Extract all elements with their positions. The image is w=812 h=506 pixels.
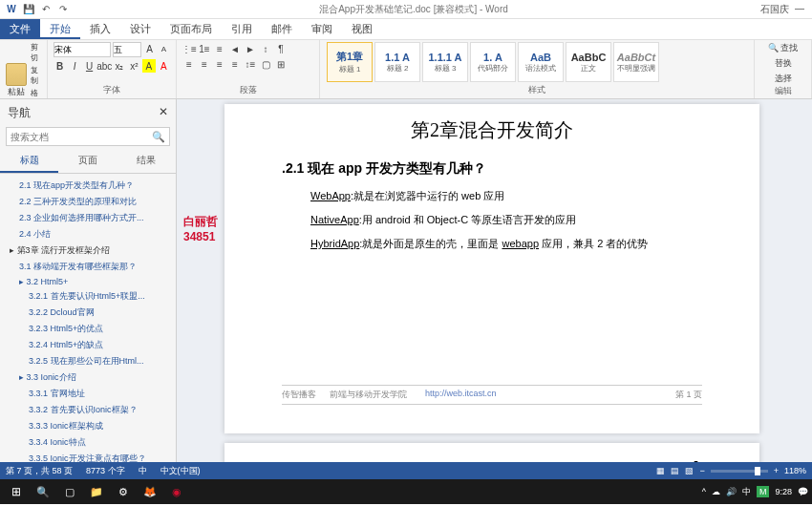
search-button[interactable]: 🔍 — [31, 481, 55, 502]
tab-mailings[interactable]: 邮件 — [262, 19, 302, 39]
nav-heading-item[interactable]: 3.2.5 现在那些公司在用Html... — [2, 353, 174, 369]
zoom-out-icon[interactable]: − — [699, 466, 704, 475]
nav-heading-item[interactable]: 2.2 三种开发类型的原理和对比 — [2, 194, 174, 210]
tab-file[interactable]: 文件 — [0, 19, 40, 39]
shrink-font-icon[interactable]: A — [158, 42, 170, 55]
style-heading1[interactable]: 第1章标题 1 — [327, 42, 373, 82]
style-heading2[interactable]: 1.1 A标题 2 — [374, 42, 420, 82]
find-button[interactable]: 🔍 查找 — [768, 42, 799, 54]
search-icon[interactable]: 🔍 — [152, 131, 165, 143]
zoom-slider[interactable] — [711, 470, 768, 473]
align-right-button[interactable]: ≡ — [213, 57, 226, 71]
clock[interactable]: 9:28 — [775, 487, 792, 496]
start-button[interactable]: ⊞ — [4, 481, 29, 502]
nav-heading-item[interactable]: 3.2.1 首先要认识Html5+联盟... — [2, 288, 174, 305]
font-name-select[interactable] — [53, 42, 111, 57]
tray-sound-icon[interactable]: 🔊 — [726, 487, 737, 496]
font-size-select[interactable] — [113, 42, 141, 57]
bullets-button[interactable]: ⋮≡ — [182, 42, 196, 55]
nav-heading-item[interactable]: 2.1 现在app开发类型有几种？ — [2, 178, 174, 194]
tray-up-icon[interactable]: ^ — [702, 487, 706, 496]
tab-references[interactable]: 引用 — [222, 19, 262, 39]
document-page[interactable]: 第2章混合开发简介 .2.1 现在 app 开发方类型有几种？ WebApp:就… — [224, 104, 759, 433]
zoom-in-icon[interactable]: + — [774, 466, 779, 475]
align-center-button[interactable]: ≡ — [198, 57, 211, 71]
view-web-icon[interactable]: ▧ — [685, 466, 694, 475]
document-area[interactable]: 第2章混合开发简介 .2.1 现在 app 开发方类型有几种？ WebApp:就… — [177, 99, 812, 462]
underline-button[interactable]: U — [83, 59, 96, 73]
notifications-icon[interactable]: 💬 — [798, 487, 808, 496]
nav-heading-item[interactable]: ▸ 3.2 Html5+ — [2, 275, 174, 288]
nav-heading-item[interactable]: 3.3.4 Ionic特点 — [2, 434, 174, 451]
tray-ime-icon[interactable]: 中 — [742, 486, 751, 498]
explorer-icon[interactable]: 📁 — [84, 481, 109, 502]
numbering-button[interactable]: 1≡ — [198, 42, 211, 55]
select-button[interactable]: 选择 — [775, 73, 792, 85]
nav-heading-item[interactable]: 3.3.3 Ionic框架构成 — [2, 418, 174, 434]
align-left-button[interactable]: ≡ — [182, 57, 196, 71]
shading-button[interactable]: ▢ — [259, 57, 272, 71]
font-color-button[interactable]: A — [158, 59, 170, 73]
nav-heading-item[interactable]: ▸ 3.3 Ionic介绍 — [2, 369, 174, 386]
replace-button[interactable]: 替换 — [775, 57, 792, 70]
justify-button[interactable]: ≡ — [228, 57, 242, 71]
grow-font-icon[interactable]: A — [143, 42, 156, 55]
nav-heading-item[interactable]: 3.2.3 Html5+的优点 — [2, 321, 174, 337]
app-icon[interactable]: ◉ — [164, 481, 189, 502]
nav-heading-item[interactable]: 3.3.1 官网地址 — [2, 386, 174, 402]
tab-view[interactable]: 视图 — [342, 19, 382, 39]
cut-button[interactable]: 剪切 — [31, 42, 41, 63]
style-code[interactable]: 1. A代码部分 — [470, 42, 516, 82]
nav-heading-item[interactable]: ▸ 第3章 流行开发框架介绍 — [2, 242, 174, 259]
nav-tab-pages[interactable]: 页面 — [58, 150, 117, 173]
tray-cloud-icon[interactable]: ☁ — [712, 487, 720, 496]
line-spacing-button[interactable]: ↕≡ — [244, 57, 257, 71]
paste-button[interactable]: 粘贴 — [6, 63, 27, 98]
style-normal[interactable]: AaBbC正文 — [566, 42, 611, 82]
style-heading3[interactable]: 1.1.1 A标题 3 — [422, 42, 468, 82]
minimize-icon[interactable]: — — [795, 3, 804, 16]
show-marks-button[interactable]: ¶ — [274, 42, 288, 55]
status-ime[interactable]: 中 — [139, 465, 147, 477]
nav-heading-item[interactable]: 3.2.2 Dcloud官网 — [2, 305, 174, 321]
copy-button[interactable]: 复制 — [31, 65, 41, 86]
settings-icon[interactable]: ⚙ — [111, 481, 136, 502]
nav-heading-item[interactable]: 3.3.2 首先要认识Ionic框架？ — [2, 402, 174, 418]
tray-m-icon[interactable]: M — [757, 486, 770, 497]
style-syntax[interactable]: AaB语法模式 — [518, 42, 564, 82]
view-print-icon[interactable]: ▦ — [656, 466, 665, 475]
undo-icon[interactable]: ↶ — [38, 2, 53, 17]
italic-button[interactable]: I — [68, 59, 80, 73]
nav-heading-item[interactable]: 3.2.4 Html5+的缺点 — [2, 337, 174, 353]
indent-dec-button[interactable]: ◄ — [228, 42, 242, 55]
multilevel-button[interactable]: ≡ — [213, 42, 226, 55]
subscript-button[interactable]: x₂ — [113, 59, 125, 73]
indent-inc-button[interactable]: ► — [244, 42, 257, 55]
view-read-icon[interactable]: ▤ — [671, 466, 679, 475]
sort-button[interactable]: ↕ — [259, 42, 272, 55]
zoom-level[interactable]: 118% — [784, 466, 806, 475]
status-page[interactable]: 第 7 页，共 58 页 — [6, 465, 73, 477]
style-subtle[interactable]: AaBbCt不明显强调 — [613, 42, 659, 82]
highlight-button[interactable]: A — [142, 59, 155, 73]
nav-close-icon[interactable]: ✕ — [159, 105, 168, 121]
nav-search[interactable]: 🔍 — [6, 127, 170, 146]
taskview-button[interactable]: ▢ — [57, 481, 82, 502]
tab-layout[interactable]: 页面布局 — [160, 19, 222, 39]
tab-insert[interactable]: 插入 — [80, 19, 120, 39]
search-input[interactable] — [11, 132, 152, 142]
superscript-button[interactable]: x² — [128, 59, 140, 73]
tab-review[interactable]: 审阅 — [302, 19, 342, 39]
nav-tab-results[interactable]: 结果 — [118, 150, 176, 173]
nav-heading-item[interactable]: 3.3.5 Ionic开发注意点有哪些？ — [2, 451, 174, 462]
save-icon[interactable]: 💾 — [21, 2, 36, 17]
nav-heading-item[interactable]: 3.1 移动端开发有哪些框架那？ — [2, 259, 174, 275]
tab-design[interactable]: 设计 — [120, 19, 160, 39]
redo-icon[interactable]: ↷ — [55, 2, 71, 17]
strike-button[interactable]: abc — [97, 59, 111, 73]
document-page-next[interactable] — [224, 443, 759, 462]
nav-heading-item[interactable]: 2.3 企业如何选择用哪种方式开... — [2, 210, 174, 226]
nav-heading-item[interactable]: 2.4 小结 — [2, 226, 174, 242]
status-language[interactable]: 中文(中国) — [160, 465, 201, 477]
bold-button[interactable]: B — [53, 59, 66, 73]
